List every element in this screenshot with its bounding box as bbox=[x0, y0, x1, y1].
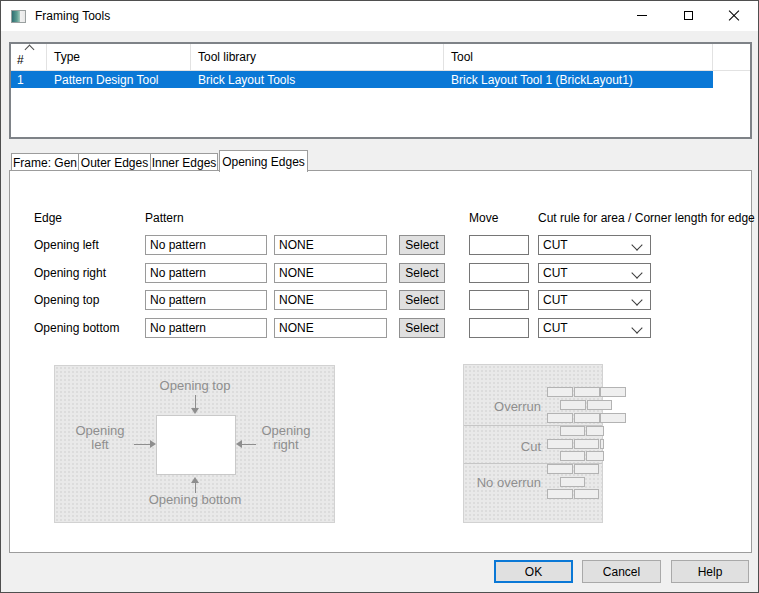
diagram-label-cut: Cut bbox=[464, 439, 541, 454]
cancel-button[interactable]: Cancel bbox=[582, 560, 661, 583]
diagram-label-no-overrun: No overrun bbox=[464, 475, 541, 490]
diagram-label-opening-top: Opening top bbox=[115, 379, 275, 393]
title-bar: Framing Tools bbox=[1, 1, 758, 31]
brick bbox=[600, 413, 626, 423]
header-edge: Edge bbox=[34, 211, 62, 225]
header-move: Move bbox=[469, 211, 498, 225]
arrow-right-icon bbox=[134, 444, 151, 445]
brick bbox=[547, 464, 573, 474]
pattern-field[interactable] bbox=[145, 235, 267, 255]
brick bbox=[600, 439, 604, 449]
select-pattern-button[interactable]: Select bbox=[399, 290, 445, 310]
maximize-icon bbox=[684, 11, 693, 20]
pattern-library-field[interactable] bbox=[274, 263, 387, 283]
app-icon bbox=[11, 10, 26, 23]
cell-tool: Brick Layout Tool 1 (BrickLayout1) bbox=[444, 73, 713, 87]
pattern-field[interactable] bbox=[145, 263, 267, 283]
edge-label: Opening right bbox=[34, 266, 106, 280]
brick bbox=[574, 439, 599, 449]
close-icon bbox=[728, 10, 740, 22]
minimize-button[interactable] bbox=[619, 1, 665, 30]
brick bbox=[586, 451, 604, 461]
cut-rule-select[interactable]: CUT bbox=[538, 263, 651, 283]
framing-tools-dialog: Framing Tools # Type Tool library Tool 1… bbox=[0, 0, 759, 593]
arrow-left-icon bbox=[242, 444, 256, 445]
chevron-down-icon bbox=[631, 267, 642, 278]
cell-type: Pattern Design Tool bbox=[47, 73, 191, 87]
diagram-label-opening-right: Opening right bbox=[251, 424, 321, 452]
pattern-library-field[interactable] bbox=[274, 318, 387, 338]
brick bbox=[574, 464, 599, 474]
ok-button[interactable]: OK bbox=[494, 560, 573, 583]
brick bbox=[574, 489, 599, 499]
edge-row-opening-top: Opening top Select CUT bbox=[10, 290, 751, 310]
move-input[interactable] bbox=[469, 318, 529, 338]
tab-outer-edges[interactable]: Outer Edges bbox=[78, 153, 151, 171]
cell-tool-library: Brick Layout Tools bbox=[191, 73, 444, 87]
chevron-down-icon bbox=[631, 322, 642, 333]
arrow-left-icon bbox=[236, 440, 242, 448]
tab-opening-edges[interactable]: Opening Edges bbox=[219, 150, 308, 172]
diagram-label-opening-left: Opening left bbox=[65, 424, 135, 452]
window-title: Framing Tools bbox=[35, 9, 110, 23]
sort-ascending-icon bbox=[25, 45, 35, 55]
diagram-label-overrun: Overrun bbox=[464, 399, 541, 414]
maximize-button[interactable] bbox=[665, 1, 711, 30]
list-header: # Type Tool library Tool bbox=[11, 44, 750, 71]
cut-rule-select[interactable]: CUT bbox=[538, 290, 651, 310]
header-pattern: Pattern bbox=[145, 211, 184, 225]
cell-number: 1 bbox=[11, 73, 47, 87]
arrow-down-icon bbox=[191, 408, 199, 414]
brick bbox=[600, 387, 626, 397]
arrow-down-icon bbox=[195, 395, 196, 408]
diagram-label-opening-bottom: Opening bottom bbox=[115, 493, 275, 507]
brick bbox=[587, 400, 612, 410]
minimize-icon bbox=[637, 15, 647, 16]
chevron-down-icon bbox=[631, 239, 642, 250]
brick bbox=[560, 451, 585, 461]
move-input[interactable] bbox=[469, 235, 529, 255]
tab-inner-edges[interactable]: Inner Edges bbox=[150, 153, 218, 171]
cut-rule-diagram: Overrun Cut No overrun bbox=[463, 364, 603, 523]
brick bbox=[547, 439, 573, 449]
brick bbox=[586, 426, 604, 436]
edge-row-opening-right: Opening right Select CUT bbox=[10, 263, 751, 283]
table-row-selected[interactable]: 1 Pattern Design Tool Brick Layout Tools… bbox=[11, 71, 713, 88]
close-button[interactable] bbox=[711, 1, 757, 30]
opening-edges-diagram: Opening top Opening left Opening right O… bbox=[54, 365, 335, 523]
arrow-up-icon bbox=[195, 483, 196, 493]
pattern-field[interactable] bbox=[145, 318, 267, 338]
column-header-type[interactable]: Type bbox=[47, 44, 191, 70]
edge-label: Opening top bbox=[34, 293, 99, 307]
cut-rule-select[interactable]: CUT bbox=[538, 318, 651, 338]
move-input[interactable] bbox=[469, 263, 529, 283]
edge-row-opening-left: Opening left Select CUT bbox=[10, 235, 751, 255]
column-header-tool[interactable]: Tool bbox=[444, 44, 713, 70]
brick bbox=[574, 387, 600, 397]
pattern-library-field[interactable] bbox=[274, 290, 387, 310]
opening-rectangle-graphic bbox=[156, 415, 236, 475]
header-cut-rule: Cut rule for area / Corner length for ed… bbox=[538, 211, 755, 225]
column-header-tool-library[interactable]: Tool library bbox=[191, 44, 444, 70]
arrow-right-icon bbox=[150, 440, 156, 448]
pattern-field[interactable] bbox=[145, 290, 267, 310]
tab-frame-gen[interactable]: Frame: Gen bbox=[11, 153, 79, 171]
brick bbox=[547, 489, 573, 499]
cut-rule-select[interactable]: CUT bbox=[538, 235, 651, 255]
brick bbox=[547, 387, 573, 397]
column-header-number[interactable]: # bbox=[11, 44, 47, 70]
opening-edges-panel: Edge Pattern Move Cut rule for area / Co… bbox=[9, 170, 752, 553]
help-button[interactable]: Help bbox=[671, 560, 749, 583]
brick bbox=[574, 413, 600, 423]
brick bbox=[547, 413, 573, 423]
select-pattern-button[interactable]: Select bbox=[399, 318, 445, 338]
move-input[interactable] bbox=[469, 290, 529, 310]
pattern-library-field[interactable] bbox=[274, 235, 387, 255]
arrow-up-icon bbox=[191, 477, 199, 483]
chevron-down-icon bbox=[631, 294, 642, 305]
brick bbox=[560, 426, 585, 436]
select-pattern-button[interactable]: Select bbox=[399, 235, 445, 255]
select-pattern-button[interactable]: Select bbox=[399, 263, 445, 283]
tool-list: # Type Tool library Tool 1 Pattern Desig… bbox=[9, 42, 752, 139]
window-controls bbox=[619, 1, 757, 30]
